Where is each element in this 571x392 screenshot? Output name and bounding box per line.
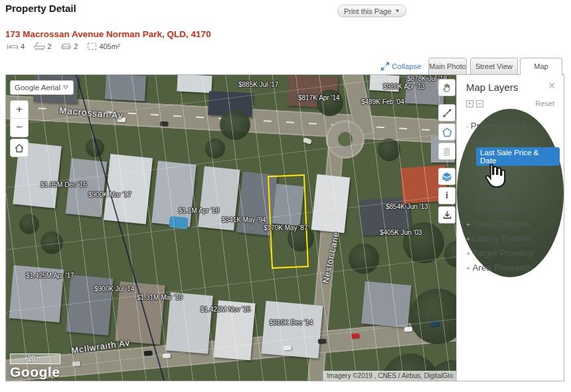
building-roof <box>177 75 212 93</box>
bath-icon <box>34 42 45 50</box>
collapse-icon <box>381 62 389 70</box>
sale-price-label: $1.425M Apr '17 <box>26 272 74 279</box>
land-area-attribute: 405m² <box>87 42 120 50</box>
map-layers-icon <box>442 171 452 182</box>
zoom-in-button[interactable]: + <box>11 101 28 119</box>
collapse-link[interactable]: Collapse <box>381 62 422 70</box>
car <box>144 350 153 356</box>
sale-price-label: $341K May '94 <box>222 216 266 224</box>
sale-price-label: $900K Mar '17 <box>88 191 131 198</box>
home-icon <box>15 144 24 153</box>
info-icon: i <box>446 190 448 201</box>
sale-price-label: $1.31M Mar '19 <box>137 294 183 301</box>
section-sales-themes[interactable]: +Sales Themes <box>466 219 560 229</box>
zoom-out-button[interactable]: − <box>11 119 28 137</box>
layer-item-street-number[interactable]: Street Number <box>476 166 560 178</box>
sale-price-label: $1.05M Dec '16 <box>41 181 87 188</box>
building-roof <box>262 300 323 358</box>
car <box>163 353 171 358</box>
property-attributes: 4 2 2 405m² <box>7 42 120 50</box>
sale-price-label: $1.423M Nov '15 <box>201 306 250 313</box>
tree <box>317 90 343 116</box>
tab-map[interactable]: Map <box>520 58 562 76</box>
collapse-all-icon[interactable]: − <box>476 100 483 107</box>
layer-item-land-use[interactable]: Land Use <box>476 190 560 202</box>
page-title: Property Detail <box>5 3 76 14</box>
base-layer-selector[interactable]: Google Aerial <box>10 80 74 95</box>
tab-street-view[interactable]: Street View <box>470 58 518 75</box>
map-layers-button[interactable] <box>438 168 455 185</box>
dropdown-arrow-icon: ▼ <box>395 8 400 14</box>
draw-polygon-icon <box>442 127 452 137</box>
reset-link[interactable]: Reset <box>535 99 554 107</box>
sale-price-label: $920K Apr '13 <box>383 83 425 90</box>
building-roof <box>311 174 351 233</box>
car <box>431 321 440 326</box>
roundabout <box>326 120 365 159</box>
expand-all-icon[interactable]: + <box>466 100 473 107</box>
map-attribution: Imagery ©2019 , CNES / Airbus, DigitalGl… <box>323 371 456 381</box>
sale-price-label: $900K Jul '14 <box>94 285 134 293</box>
building-roof <box>165 292 212 354</box>
tree <box>220 109 250 140</box>
panel-title: Map Layers <box>466 82 518 93</box>
car-icon <box>60 42 72 50</box>
download-button[interactable] <box>438 206 455 224</box>
target-property-highlight <box>268 174 309 269</box>
expand-twisty-icon: + <box>466 249 470 257</box>
delete-trash-button <box>438 143 455 160</box>
map-layers-panel: Map Layers ✕ + − Reset -Property Data La… <box>456 75 564 381</box>
zoom-control: + − <box>10 100 29 137</box>
info-button[interactable]: i <box>438 187 455 204</box>
delete-trash-icon <box>442 147 451 157</box>
sale-price-label: $885K Jul '17 <box>238 81 278 88</box>
sale-price-label: $489K Feb '04 <box>361 98 404 105</box>
expand-twisty-icon: + <box>466 235 470 243</box>
layer-item-lot-plan[interactable]: Lot Plan <box>476 178 560 190</box>
map-frame: Macrossan Av Nestor Lane McIlwraith Av $… <box>5 74 564 381</box>
car <box>351 333 360 338</box>
google-logo[interactable]: Google <box>10 364 60 380</box>
layer-item-owner-name[interactable]: Owner Name <box>476 202 560 214</box>
tree <box>378 139 400 161</box>
sale-price-label: $405K Jun '03 <box>380 229 422 236</box>
tree <box>205 139 225 159</box>
chevron-down-icon <box>62 85 69 90</box>
tree <box>444 241 456 267</box>
sale-price-label: $817K Apr '14 <box>298 94 340 101</box>
car <box>72 361 81 366</box>
tree <box>349 243 379 274</box>
aerial-map[interactable]: Macrossan Av Nestor Lane McIlwraith Av $… <box>6 75 456 381</box>
car <box>303 137 312 145</box>
sale-price-label: $610K Dec '14 <box>270 319 313 326</box>
section-area-research[interactable]: +Area Research <box>466 263 560 273</box>
pan-hand-button[interactable] <box>438 79 455 96</box>
sale-price-label: $854K Jun '13 <box>386 203 428 210</box>
land-area-icon <box>87 42 97 50</box>
building-roof <box>104 154 153 224</box>
section-target-property[interactable]: +Target Property <box>466 248 560 258</box>
cars-attribute: 2 <box>60 42 78 50</box>
beds-attribute: 4 <box>7 42 25 50</box>
draw-polygon-button[interactable] <box>438 123 455 141</box>
print-page-button[interactable]: Print this Page ▼ <box>337 5 406 17</box>
home-button[interactable] <box>10 139 29 157</box>
measure-ruler-button[interactable] <box>438 104 455 121</box>
building-roof <box>105 75 146 101</box>
layers-tree: -Property Data Land Area Last Sale Price… <box>457 109 564 277</box>
layer-item-last-sale-price-date[interactable]: Last Sale Price & Date <box>476 147 560 166</box>
tab-main-photo[interactable]: Main Photo <box>428 58 467 75</box>
close-icon[interactable]: ✕ <box>548 82 556 90</box>
car <box>284 345 292 350</box>
pan-hand-icon <box>442 82 452 93</box>
tree <box>19 214 39 234</box>
section-property-data[interactable]: -Property Data <box>466 121 560 131</box>
layer-item-land-area[interactable]: Land Area <box>476 135 560 147</box>
building-roof <box>66 275 113 335</box>
bed-icon <box>7 42 19 50</box>
section-listing-themes[interactable]: +Listing Themes <box>466 233 560 243</box>
print-page-label: Print this Page <box>344 7 392 15</box>
car <box>318 338 327 344</box>
download-icon <box>442 210 452 220</box>
car <box>160 121 168 127</box>
